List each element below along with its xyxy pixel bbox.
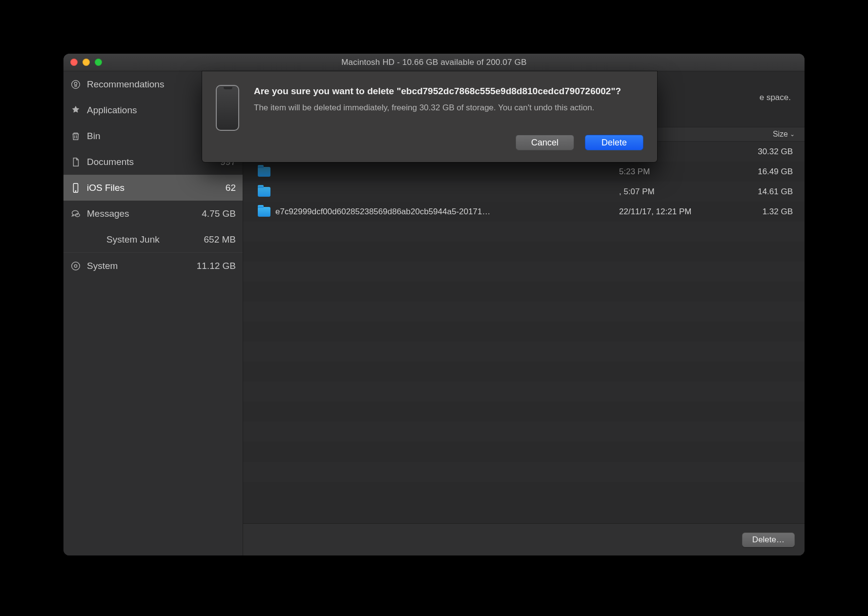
table-row[interactable]: e7c92999dcf00d60285238569d86ab20cb5944a5… bbox=[243, 202, 805, 222]
sidebar-item-system[interactable]: System 11.12 GB bbox=[63, 253, 243, 279]
file-date: 22/11/17, 12:21 PM bbox=[614, 207, 741, 217]
table-row-empty bbox=[243, 442, 805, 462]
svg-point-0 bbox=[72, 80, 80, 88]
table-header-size[interactable]: Size ⌄ bbox=[741, 130, 805, 139]
delete-button-footer[interactable]: Delete… bbox=[742, 533, 795, 547]
delete-button[interactable]: Delete bbox=[585, 135, 643, 150]
file-name: e7c92999dcf00d60285238569d86ab20cb5944a5… bbox=[275, 207, 614, 217]
file-size: 14.61 GB bbox=[741, 187, 805, 197]
minimize-window-button[interactable] bbox=[83, 59, 90, 66]
table-row[interactable]: 5:23 PM 16.49 GB bbox=[243, 162, 805, 182]
sidebar-item-label: System bbox=[87, 261, 192, 271]
dialog-subtext: The item will be deleted immediately, fr… bbox=[254, 102, 643, 114]
table-row-empty bbox=[243, 362, 805, 382]
stage: Macintosh HD - 10.66 GB available of 200… bbox=[0, 0, 868, 616]
svg-point-6 bbox=[74, 265, 77, 267]
table-header-size-label: Size bbox=[773, 130, 788, 139]
messages-icon bbox=[69, 207, 82, 220]
chevron-down-icon: ⌄ bbox=[790, 131, 795, 138]
close-window-button[interactable] bbox=[70, 59, 78, 66]
sidebar-item-value: 62 bbox=[226, 183, 236, 193]
sidebar-item-label: Messages bbox=[87, 208, 197, 219]
dialog-text: Are you sure you want to delete "ebcd795… bbox=[254, 85, 643, 150]
svg-point-5 bbox=[72, 262, 80, 270]
documents-icon bbox=[69, 156, 82, 168]
sidebar-item-label: Documents bbox=[87, 157, 215, 167]
zoom-window-button[interactable] bbox=[95, 59, 102, 66]
table-row-empty bbox=[243, 262, 805, 282]
sidebar-item-value: 11.12 GB bbox=[197, 261, 236, 271]
folder-icon bbox=[258, 187, 270, 197]
trash-icon bbox=[69, 130, 82, 143]
sidebar-item-label: iOS Files bbox=[87, 183, 221, 193]
confirm-delete-dialog: Are you sure you want to delete "ebcd795… bbox=[202, 71, 657, 162]
table-row-empty bbox=[243, 422, 805, 442]
main-footer: Delete… bbox=[243, 523, 805, 555]
table-row[interactable]: , 5:07 PM 14.61 GB bbox=[243, 182, 805, 202]
dialog-heading: Are you sure you want to delete "ebcd795… bbox=[254, 85, 643, 98]
system-icon bbox=[69, 260, 82, 272]
folder-icon bbox=[258, 207, 270, 217]
table-row-empty bbox=[243, 402, 805, 422]
sidebar-item-label: System Junk bbox=[106, 234, 199, 245]
table-row-empty bbox=[243, 222, 805, 242]
cancel-button[interactable]: Cancel bbox=[516, 135, 574, 150]
sidebar-item-value: 652 MB bbox=[204, 234, 236, 245]
sidebar-item-system-junk[interactable]: System Junk 652 MB bbox=[63, 226, 243, 252]
sidebar-item-value: 4.75 GB bbox=[202, 208, 236, 219]
file-size: 30.32 GB bbox=[741, 147, 805, 157]
file-size: 16.49 GB bbox=[741, 167, 805, 177]
window-title: Macintosh HD - 10.66 GB available of 200… bbox=[63, 58, 805, 67]
svg-point-2 bbox=[75, 190, 76, 191]
phone-backup-icon bbox=[216, 85, 239, 131]
table-row-empty bbox=[243, 382, 805, 402]
file-date: 5:23 PM bbox=[614, 167, 741, 177]
table-row-empty bbox=[243, 482, 805, 502]
traffic-lights bbox=[63, 59, 102, 66]
file-size: 1.32 GB bbox=[741, 207, 805, 217]
table-row-empty bbox=[243, 282, 805, 302]
table-rows: ebcd7952dc7868c555e9d8d810cedcd790726002… bbox=[243, 142, 805, 523]
phone-icon bbox=[69, 182, 82, 194]
table-row-empty bbox=[243, 462, 805, 482]
file-date: , 5:07 PM bbox=[614, 187, 741, 197]
sidebar-item-ios-files[interactable]: iOS Files 62 bbox=[63, 175, 243, 201]
table-row-empty bbox=[243, 342, 805, 362]
window-titlebar[interactable]: Macintosh HD - 10.66 GB available of 200… bbox=[63, 54, 805, 71]
sidebar-item-messages[interactable]: Messages 4.75 GB bbox=[63, 201, 243, 226]
folder-icon bbox=[258, 167, 270, 177]
table-row-empty bbox=[243, 242, 805, 262]
table-row-empty bbox=[243, 302, 805, 322]
table-row-empty bbox=[243, 322, 805, 342]
apps-icon bbox=[69, 104, 82, 117]
lightbulb-icon bbox=[69, 78, 82, 91]
dialog-buttons: Cancel Delete bbox=[254, 135, 643, 150]
